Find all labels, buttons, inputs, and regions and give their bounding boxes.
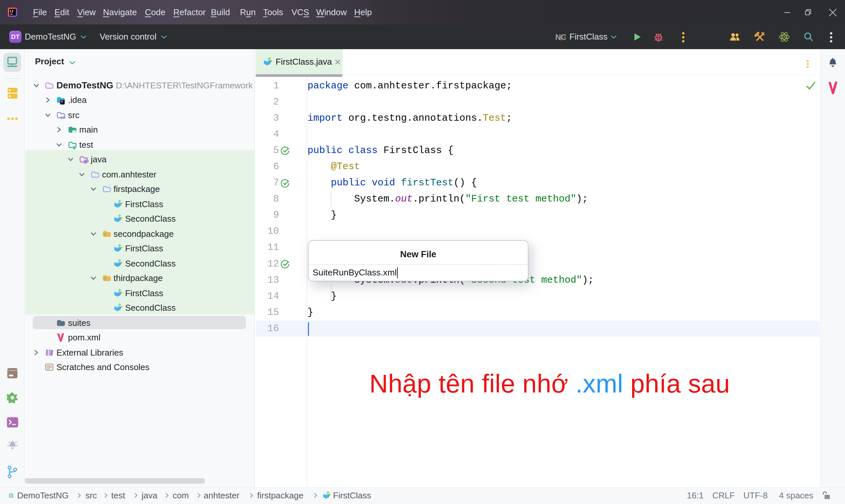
svg-text:G: G	[561, 33, 566, 41]
